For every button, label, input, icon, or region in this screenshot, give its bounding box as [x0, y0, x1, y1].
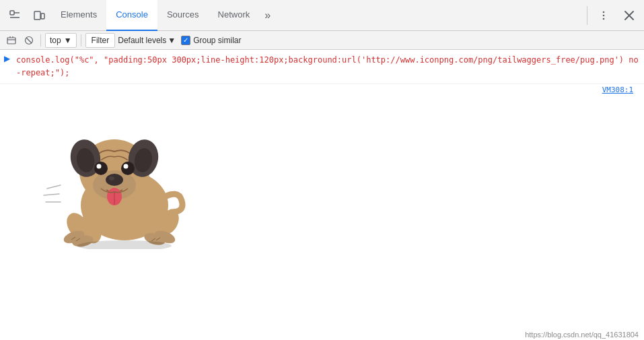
block-icon[interactable]: [22, 33, 36, 48]
svg-point-5: [603, 11, 605, 13]
group-similar-checkbox[interactable]: ✓: [181, 36, 190, 45]
device-toolbar-icon[interactable]: [27, 3, 51, 28]
svg-point-24: [109, 176, 114, 180]
tab-sources[interactable]: Sources: [157, 0, 209, 31]
log-code: console.log("%c", "padding:50px 300px;li…: [16, 55, 639, 77]
toolbar-divider-2: [81, 34, 81, 46]
tab-elements[interactable]: Elements: [51, 0, 106, 31]
inspect-element-icon[interactable]: [3, 3, 27, 28]
devtools-tabbar: Elements Console Sources Network »: [0, 0, 644, 31]
clear-console-icon[interactable]: [4, 33, 19, 48]
svg-point-29: [98, 165, 100, 167]
tab-actions: [584, 3, 641, 28]
svg-rect-0: [10, 11, 14, 15]
svg-point-7: [603, 18, 605, 20]
svg-point-6: [603, 14, 605, 16]
tab-more-button[interactable]: »: [259, 0, 276, 31]
levels-chevron-icon: ▼: [168, 36, 176, 45]
pug-image: [27, 108, 202, 249]
svg-rect-4: [41, 13, 44, 19]
page-watermark: https://blog.csdn.net/qq_41631804: [520, 329, 644, 340]
svg-point-25: [94, 162, 108, 175]
toolbar-divider: [40, 34, 41, 46]
log-source[interactable]: VM308:1: [0, 86, 644, 94]
tab-separator: [587, 6, 587, 25]
svg-line-45: [44, 194, 59, 195]
console-toolbar: top ▼ Filter Default levels ▼ ✓ Group si…: [0, 31, 644, 50]
levels-dropdown[interactable]: Default levels ▼: [118, 36, 176, 45]
svg-rect-3: [34, 11, 40, 20]
filter-button[interactable]: Filter: [85, 33, 116, 48]
more-options-icon[interactable]: [592, 3, 616, 28]
close-devtools-icon[interactable]: [617, 3, 641, 28]
svg-line-15: [26, 38, 32, 43]
svg-line-44: [47, 185, 61, 189]
svg-rect-10: [7, 38, 15, 44]
log-entry: ▶ console.log("%c", "padding:50px 300px;…: [0, 50, 644, 84]
tab-console[interactable]: Console: [106, 0, 157, 31]
log-expand-arrow[interactable]: ▶: [0, 53, 13, 63]
console-content: ▶ console.log("%c", "padding:50px 300px;…: [0, 50, 644, 340]
context-selector[interactable]: top ▼: [45, 33, 77, 48]
chevron-down-icon: ▼: [64, 36, 72, 45]
group-similar-control: ✓ Group similar: [181, 36, 241, 45]
svg-point-28: [124, 164, 129, 169]
svg-point-26: [121, 162, 135, 175]
log-body: console.log("%c", "padding:50px 300px;li…: [13, 53, 644, 81]
tab-network[interactable]: Network: [209, 0, 260, 31]
svg-point-23: [106, 174, 123, 186]
pug-output-area: [0, 94, 644, 263]
